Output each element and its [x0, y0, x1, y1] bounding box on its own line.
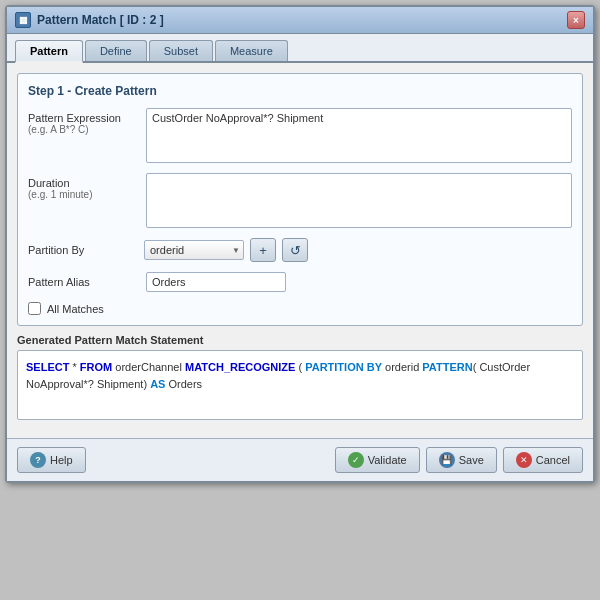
sql-as: AS: [150, 378, 165, 390]
window-icon: ▦: [15, 12, 31, 28]
validate-icon: ✓: [348, 452, 364, 468]
refresh-button[interactable]: ↺: [282, 238, 308, 262]
partition-by-row: Partition By orderid + ↺: [28, 238, 572, 262]
help-label: Help: [50, 454, 73, 466]
close-button[interactable]: ×: [567, 11, 585, 29]
tab-measure[interactable]: Measure: [215, 40, 288, 61]
pattern-expression-row: Pattern Expression (e.g. A B*? C) CustOr…: [28, 108, 572, 163]
all-matches-label: All Matches: [47, 303, 104, 315]
validate-button[interactable]: ✓ Validate: [335, 447, 420, 473]
sql-channel: orderChannel: [112, 361, 185, 373]
validate-label: Validate: [368, 454, 407, 466]
duration-row: Duration (e.g. 1 minute): [28, 173, 572, 228]
add-partition-button[interactable]: +: [250, 238, 276, 262]
partition-by-label: Partition By: [28, 244, 138, 256]
tab-define[interactable]: Define: [85, 40, 147, 61]
sql-alias-val: Orders: [165, 378, 202, 390]
partition-by-select[interactable]: orderid: [144, 240, 244, 260]
tab-pattern[interactable]: Pattern: [15, 40, 83, 63]
pattern-alias-label: Pattern Alias: [28, 276, 138, 288]
footer-right: ✓ Validate 💾 Save ✕ Cancel: [335, 447, 583, 473]
generated-sql: SELECT * FROM orderChannel MATCH_RECOGNI…: [17, 350, 583, 420]
sql-partval: orderid: [382, 361, 422, 373]
step1-section: Step 1 - Create Pattern Pattern Expressi…: [17, 73, 583, 326]
title-bar-left: ▦ Pattern Match [ ID : 2 ]: [15, 12, 164, 28]
cancel-icon: ✕: [516, 452, 532, 468]
partition-select-wrapper: orderid: [144, 240, 244, 260]
footer: ? Help ✓ Validate 💾 Save ✕ Cancel: [7, 438, 593, 481]
save-icon: 💾: [439, 452, 455, 468]
window-title: Pattern Match [ ID : 2 ]: [37, 13, 164, 27]
save-button[interactable]: 💾 Save: [426, 447, 497, 473]
step1-title: Step 1 - Create Pattern: [28, 84, 572, 98]
pattern-expression-label: Pattern Expression (e.g. A B*? C): [28, 108, 138, 135]
sql-open: (: [295, 361, 305, 373]
generated-section: Generated Pattern Match Statement SELECT…: [17, 334, 583, 420]
help-icon: ?: [30, 452, 46, 468]
tab-subset[interactable]: Subset: [149, 40, 213, 61]
generated-title: Generated Pattern Match Statement: [17, 334, 583, 346]
cancel-label: Cancel: [536, 454, 570, 466]
tab-bar: Pattern Define Subset Measure: [7, 34, 593, 63]
sql-star: *: [69, 361, 79, 373]
cancel-button[interactable]: ✕ Cancel: [503, 447, 583, 473]
title-bar: ▦ Pattern Match [ ID : 2 ] ×: [7, 7, 593, 34]
main-content: Step 1 - Create Pattern Pattern Expressi…: [7, 63, 593, 438]
sql-from: FROM: [80, 361, 112, 373]
sql-partition: PARTITION BY: [305, 361, 382, 373]
sql-select: SELECT: [26, 361, 69, 373]
pattern-alias-row: Pattern Alias: [28, 272, 572, 292]
save-label: Save: [459, 454, 484, 466]
sql-pattern: PATTERN: [422, 361, 472, 373]
duration-label: Duration (e.g. 1 minute): [28, 173, 138, 200]
all-matches-row: All Matches: [28, 302, 572, 315]
sql-match: MATCH_RECOGNIZE: [185, 361, 295, 373]
help-button[interactable]: ? Help: [17, 447, 86, 473]
pattern-alias-input[interactable]: [146, 272, 286, 292]
main-window: ▦ Pattern Match [ ID : 2 ] × Pattern Def…: [5, 5, 595, 483]
all-matches-checkbox[interactable]: [28, 302, 41, 315]
pattern-expression-input[interactable]: CustOrder NoApproval*? Shipment: [146, 108, 572, 163]
duration-input[interactable]: [146, 173, 572, 228]
